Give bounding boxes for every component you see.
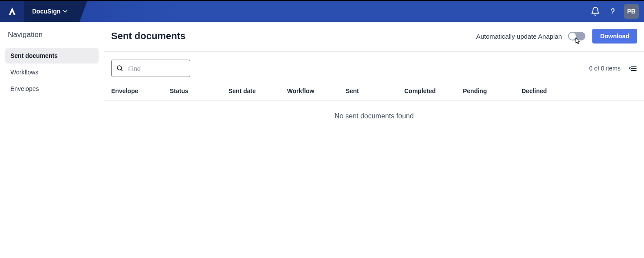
- sidebar-item-label: Envelopes: [10, 85, 39, 92]
- column-header-completed[interactable]: Completed: [404, 87, 463, 94]
- item-count: 0 of 0 items: [589, 65, 621, 72]
- chevron-down-icon: [63, 9, 67, 13]
- svg-line-2: [121, 69, 122, 71]
- avatar-initials: PB: [627, 8, 635, 15]
- sidebar-item-envelopes[interactable]: Envelopes: [5, 81, 99, 97]
- auto-update-label: Automatically update Anaplan: [476, 33, 562, 40]
- sidebar-item-sent-documents[interactable]: Sent documents: [5, 48, 99, 64]
- empty-state: No sent documents found: [104, 101, 644, 131]
- toolbar: 0 of 0 items: [104, 52, 644, 81]
- app-switcher[interactable]: DocuSign: [24, 1, 79, 22]
- main-content: Sent documents Automatically update Anap…: [104, 22, 644, 258]
- column-header-workflow[interactable]: Workflow: [287, 87, 346, 94]
- column-header-pending[interactable]: Pending: [463, 87, 522, 94]
- app-switcher-label: DocuSign: [32, 8, 60, 15]
- cursor-icon: [573, 37, 581, 46]
- svg-point-1: [117, 66, 122, 70]
- sidebar-item-label: Workflows: [10, 69, 38, 76]
- column-settings-button[interactable]: [628, 64, 637, 73]
- sidebar-item-label: Sent documents: [10, 52, 58, 59]
- column-header-status[interactable]: Status: [170, 87, 228, 94]
- help-icon: [608, 7, 618, 16]
- column-header-sent-date[interactable]: Sent date: [228, 87, 287, 94]
- sidebar: Navigation Sent documents Workflows Enve…: [0, 22, 104, 258]
- top-bar: DocuSign PB: [0, 1, 644, 22]
- help-button[interactable]: [604, 3, 621, 20]
- search-icon: [116, 64, 124, 72]
- download-button[interactable]: Download: [592, 29, 637, 44]
- column-header-sent[interactable]: Sent: [346, 87, 404, 94]
- sidebar-title: Navigation: [8, 30, 96, 39]
- column-header-declined[interactable]: Declined: [522, 87, 580, 94]
- page-header: Sent documents Automatically update Anap…: [104, 22, 644, 52]
- table-header: Envelope Status Sent date Workflow Sent …: [104, 81, 644, 101]
- notifications-button[interactable]: [587, 3, 604, 20]
- download-button-label: Download: [600, 33, 629, 40]
- user-avatar[interactable]: PB: [624, 4, 639, 19]
- bell-icon: [591, 7, 600, 16]
- search-box[interactable]: [111, 60, 190, 77]
- search-input[interactable]: [128, 65, 185, 72]
- page-title: Sent documents: [111, 30, 185, 42]
- auto-update-toggle[interactable]: [568, 32, 585, 40]
- anaplan-logo-icon: [7, 6, 17, 17]
- app-logo[interactable]: [0, 1, 24, 22]
- sidebar-item-workflows[interactable]: Workflows: [5, 64, 99, 80]
- list-settings-icon: [629, 65, 637, 72]
- column-header-envelope[interactable]: Envelope: [111, 87, 170, 94]
- svg-point-0: [612, 13, 613, 14]
